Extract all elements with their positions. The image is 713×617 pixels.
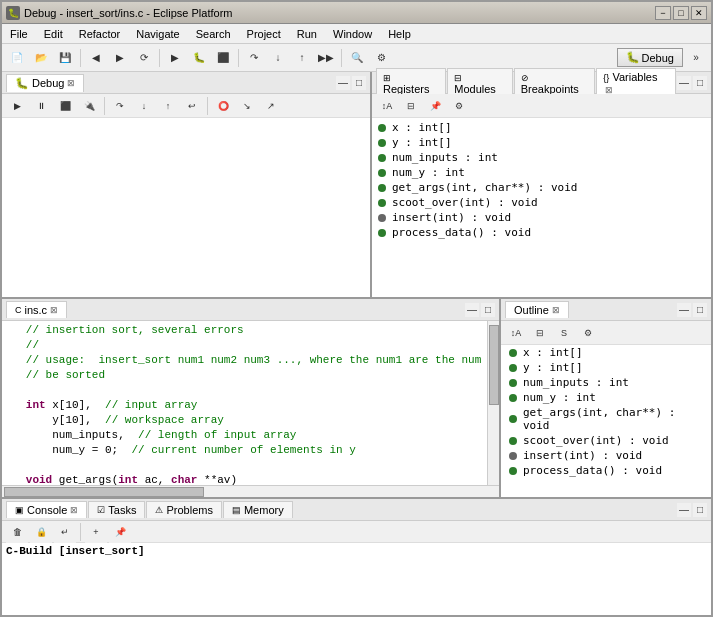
memory-tab[interactable]: ▤ Memory — [223, 501, 293, 518]
outline-settings-btn[interactable]: ⚙ — [577, 322, 599, 344]
step-into-btn[interactable]: ↓ — [133, 95, 155, 117]
modules-tab[interactable]: ⊟ Modules — [447, 68, 512, 97]
list-item[interactable]: x : int[] — [501, 345, 711, 360]
menu-window[interactable]: Window — [329, 27, 376, 41]
editor-horiz-thumb[interactable] — [4, 487, 204, 497]
resume-button[interactable]: ▶▶ — [315, 47, 337, 69]
list-item[interactable]: y : int[] — [501, 360, 711, 375]
menu-project[interactable]: Project — [243, 27, 285, 41]
refresh-button[interactable]: ⟳ — [133, 47, 155, 69]
editor-scroll-thumb[interactable] — [489, 325, 499, 405]
step-over-button[interactable]: ↷ — [243, 47, 265, 69]
list-item[interactable]: x : int[] — [374, 120, 709, 135]
variables-tab[interactable]: {} Variables ⊠ — [596, 68, 676, 97]
menu-navigate[interactable]: Navigate — [132, 27, 183, 41]
debug-perspective-button[interactable]: 🐛 Debug — [617, 48, 683, 67]
resume-debug-btn[interactable]: ▶ — [6, 95, 28, 117]
menu-refactor[interactable]: Refactor — [75, 27, 125, 41]
console-tab-actions: — □ — [677, 503, 707, 517]
list-item[interactable]: insert(int) : void — [501, 448, 711, 463]
editor-minimize-button[interactable]: — — [465, 303, 479, 317]
list-item[interactable]: y : int[] — [374, 135, 709, 150]
word-wrap-btn[interactable]: ↵ — [54, 521, 76, 543]
list-item[interactable]: scoot_over(int) : void — [374, 195, 709, 210]
run-button[interactable]: ▶ — [164, 47, 186, 69]
new-button[interactable]: 📄 — [6, 47, 28, 69]
forward-button[interactable]: ▶ — [109, 47, 131, 69]
list-item[interactable]: num_y : int — [374, 165, 709, 180]
maximize-button[interactable]: □ — [673, 6, 689, 20]
minimize-button[interactable]: − — [655, 6, 671, 20]
list-item[interactable]: get_args(int, char**) : void — [501, 405, 711, 433]
outline-tab[interactable]: Outline ⊠ — [505, 301, 569, 318]
menu-help[interactable]: Help — [384, 27, 415, 41]
list-item[interactable]: num_inputs : int — [374, 150, 709, 165]
console-tab[interactable]: ▣ Console ⊠ — [6, 501, 87, 518]
list-item[interactable]: num_inputs : int — [501, 375, 711, 390]
editor-horiz-scroll[interactable] — [2, 485, 499, 497]
terminate-btn[interactable]: ⬛ — [54, 95, 76, 117]
registers-tab[interactable]: ⊞ Registers — [376, 68, 446, 97]
step-over-btn[interactable]: ↷ — [109, 95, 131, 117]
console-content[interactable]: C-Build [insert_sort] — [2, 543, 711, 617]
instr-step-btn[interactable]: ↘ — [236, 95, 258, 117]
editor-content[interactable]: // insertion sort, several errors // // … — [2, 321, 487, 485]
settings-button[interactable]: ⚙ — [370, 47, 392, 69]
list-item[interactable]: process_data() : void — [374, 225, 709, 240]
breakpoint-btn[interactable]: ⭕ — [212, 95, 234, 117]
console-minimize-button[interactable]: — — [677, 503, 691, 517]
scroll-lock-btn[interactable]: 🔒 — [30, 521, 52, 543]
list-item[interactable]: num_y : int — [501, 390, 711, 405]
collapse-vars-btn[interactable]: ⊟ — [400, 95, 422, 117]
close-button[interactable]: ✕ — [691, 6, 707, 20]
pin-console-btn[interactable]: 📌 — [109, 521, 131, 543]
tasks-tab[interactable]: ☑ Tasks — [88, 501, 145, 518]
editor-maximize-button[interactable]: □ — [481, 303, 495, 317]
step-out-btn[interactable]: ↑ — [157, 95, 179, 117]
menu-edit[interactable]: Edit — [40, 27, 67, 41]
open-button[interactable]: 📂 — [30, 47, 52, 69]
outline-maximize-button[interactable]: □ — [693, 303, 707, 317]
var-label: get_args(int, char**) : void — [392, 181, 577, 194]
outline-minimize-button[interactable]: — — [677, 303, 691, 317]
debug-tab[interactable]: 🐛 Debug ⊠ — [6, 74, 84, 92]
list-item[interactable]: insert(int) : void — [374, 210, 709, 225]
pin-vars-btn[interactable]: 📌 — [424, 95, 446, 117]
back-button[interactable]: ◀ — [85, 47, 107, 69]
suspend-btn[interactable]: ⏸ — [30, 95, 52, 117]
menu-search[interactable]: Search — [192, 27, 235, 41]
console-maximize-button[interactable]: □ — [693, 503, 707, 517]
vars-settings-btn[interactable]: ⚙ — [448, 95, 470, 117]
sort-vars-btn[interactable]: ↕A — [376, 95, 398, 117]
hide-static-btn[interactable]: S — [553, 322, 575, 344]
editor-scrollbar[interactable] — [487, 321, 499, 485]
step-into-button[interactable]: ↓ — [267, 47, 289, 69]
search-toolbar-button[interactable]: 🔍 — [346, 47, 368, 69]
right-minimize-button[interactable]: — — [677, 76, 691, 90]
step-ret-btn[interactable]: ↩ — [181, 95, 203, 117]
right-maximize-button[interactable]: □ — [693, 76, 707, 90]
list-item[interactable]: process_data() : void — [501, 463, 711, 478]
editor-tab[interactable]: C ins.c ⊠ — [6, 301, 67, 318]
stop-button[interactable]: ⬛ — [212, 47, 234, 69]
breakpoints-tab[interactable]: ⊘ Breakpoints — [514, 68, 596, 97]
save-button[interactable]: 💾 — [54, 47, 76, 69]
hide-fields-btn[interactable]: ⊟ — [529, 322, 551, 344]
debug-minimize-button[interactable]: — — [336, 76, 350, 90]
use-step-btn[interactable]: ↗ — [260, 95, 282, 117]
clear-console-btn[interactable]: 🗑 — [6, 521, 28, 543]
new-console-btn[interactable]: + — [85, 521, 107, 543]
more-button[interactable]: » — [685, 47, 707, 69]
list-item[interactable]: scoot_over(int) : void — [501, 433, 711, 448]
debug-run-button[interactable]: 🐛 — [188, 47, 210, 69]
outline-item-label: insert(int) : void — [523, 449, 642, 462]
disconnect-btn[interactable]: 🔌 — [78, 95, 100, 117]
menu-file[interactable]: File — [6, 27, 32, 41]
list-item[interactable]: get_args(int, char**) : void — [374, 180, 709, 195]
problems-tab[interactable]: ⚠ Problems — [146, 501, 221, 518]
sort-outline-btn[interactable]: ↕A — [505, 322, 527, 344]
window-controls[interactable]: − □ ✕ — [655, 6, 707, 20]
menu-run[interactable]: Run — [293, 27, 321, 41]
step-out-button[interactable]: ↑ — [291, 47, 313, 69]
debug-maximize-button[interactable]: □ — [352, 76, 366, 90]
